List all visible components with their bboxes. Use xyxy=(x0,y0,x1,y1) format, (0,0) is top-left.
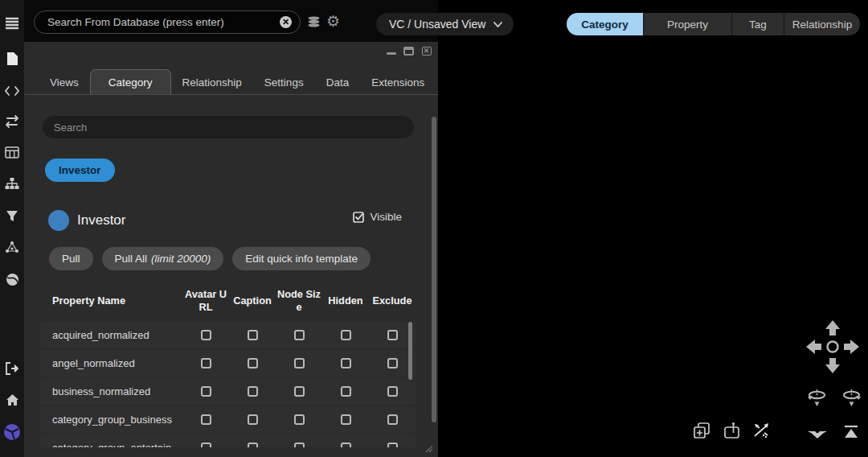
category-color-avatar[interactable] xyxy=(48,210,69,231)
panel-scrollbar[interactable] xyxy=(432,117,436,422)
filter-icon[interactable] xyxy=(0,205,24,226)
segment-category[interactable]: Category xyxy=(567,13,643,35)
caption-checkbox[interactable] xyxy=(248,443,258,447)
table-body: acquired_normalized angel_normalized xyxy=(40,322,416,447)
avatar-url-checkbox[interactable] xyxy=(201,443,211,447)
graph-canvas[interactable]: Category Property Tag Relationship xyxy=(438,0,868,457)
table-row: acquired_normalized xyxy=(40,322,416,348)
col-property-name: Property Name xyxy=(40,294,182,307)
table-scrollbar[interactable] xyxy=(408,322,412,380)
tab-relationship[interactable]: Relationship xyxy=(171,70,253,95)
caption-checkbox[interactable] xyxy=(248,414,258,425)
exclude-checkbox[interactable] xyxy=(387,443,398,447)
hidden-checkbox[interactable] xyxy=(341,443,351,447)
col-caption: Caption xyxy=(229,294,276,307)
save-view-icon[interactable] xyxy=(723,422,742,439)
tab-data[interactable]: Data xyxy=(315,70,361,95)
swap-arrows-icon[interactable] xyxy=(0,111,24,132)
ascend-icon[interactable] xyxy=(841,425,861,439)
rotate-right-icon[interactable] xyxy=(841,386,862,408)
row-property-name: business_normalized xyxy=(40,385,182,397)
hamburger-icon[interactable] xyxy=(0,13,24,34)
avatar-url-checkbox[interactable] xyxy=(201,330,211,340)
checked-checkbox-icon xyxy=(353,212,364,223)
view-selector[interactable]: VC / Unsaved View xyxy=(376,13,514,35)
category-actions: Pull Pull All (limit 20000) Edit quick i… xyxy=(49,247,371,270)
hidden-checkbox[interactable] xyxy=(341,386,351,397)
hierarchy-icon[interactable] xyxy=(0,173,24,194)
hidden-checkbox[interactable] xyxy=(341,358,351,368)
pull-all-limit-note: (limit 20000) xyxy=(151,253,211,265)
avatar-url-checkbox[interactable] xyxy=(201,414,211,425)
hidden-checkbox[interactable] xyxy=(341,330,351,340)
app-root: ✕ ⚙ VC / Unsaved View ✕ Views Category R… xyxy=(0,0,868,457)
database-icon[interactable] xyxy=(307,16,321,31)
category-search-input[interactable] xyxy=(54,121,403,134)
chevron-down-icon xyxy=(493,22,502,27)
row-property-name: acquired_normalized xyxy=(40,329,182,341)
col-avatar-url: Avatar URL xyxy=(182,288,229,314)
clear-icon[interactable]: ✕ xyxy=(280,16,292,28)
exclude-checkbox[interactable] xyxy=(387,330,398,340)
segment-relationship[interactable]: Relationship xyxy=(784,13,860,35)
document-icon[interactable] xyxy=(0,48,24,69)
pull-all-button[interactable]: Pull All (limit 20000) xyxy=(102,247,224,270)
avatar-url-checkbox[interactable] xyxy=(201,358,211,368)
code-icon[interactable] xyxy=(0,80,24,101)
network-icon[interactable] xyxy=(0,237,24,257)
hidden-checkbox[interactable] xyxy=(341,414,351,425)
tab-extensions[interactable]: Extensions xyxy=(360,70,436,95)
category-chip-investor[interactable]: Investor xyxy=(45,159,115,182)
exclude-checkbox[interactable] xyxy=(387,414,398,425)
caption-checkbox[interactable] xyxy=(248,386,258,397)
node-size-checkbox[interactable] xyxy=(294,414,305,425)
maximize-button[interactable] xyxy=(403,47,414,56)
exclude-checkbox[interactable] xyxy=(387,386,398,397)
segment-property[interactable]: Property xyxy=(643,13,731,35)
rotate-controls xyxy=(806,386,862,408)
node-size-checkbox[interactable] xyxy=(294,330,305,340)
globe-icon[interactable] xyxy=(0,269,24,290)
exclude-checkbox[interactable] xyxy=(387,358,398,368)
gear-icon[interactable]: ⚙ xyxy=(326,14,340,29)
tab-views[interactable]: Views xyxy=(39,70,90,95)
caption-checkbox[interactable] xyxy=(248,358,258,368)
home-icon[interactable] xyxy=(0,389,24,410)
descend-icon[interactable] xyxy=(807,426,828,439)
app-logo[interactable] xyxy=(0,422,24,443)
col-node-size: Node Size xyxy=(276,288,322,314)
row-property-name: category_group_business xyxy=(40,414,182,426)
window-controls: ✕ xyxy=(386,47,432,56)
edit-quick-info-button[interactable]: Edit quick info template xyxy=(232,247,371,270)
database-search-input[interactable] xyxy=(47,16,280,28)
database-search: ✕ xyxy=(34,10,301,34)
segment-tag[interactable]: Tag xyxy=(731,13,784,35)
table-icon[interactable] xyxy=(0,142,24,163)
table-row: business_normalized xyxy=(40,378,416,405)
pull-button-label: Pull xyxy=(62,253,80,265)
pan-dpad[interactable] xyxy=(805,319,861,375)
edit-quick-info-label: Edit quick info template xyxy=(245,253,358,265)
resize-handle[interactable] xyxy=(425,445,433,453)
pan-up-icon xyxy=(825,320,840,336)
panel-tab-bar: Views Category Relationship Settings Dat… xyxy=(39,68,436,95)
scatter-icon[interactable] xyxy=(752,422,772,439)
tab-settings[interactable]: Settings xyxy=(253,70,315,95)
close-button[interactable]: ✕ xyxy=(421,47,432,56)
node-size-checkbox[interactable] xyxy=(294,358,305,368)
caption-checkbox[interactable] xyxy=(248,330,258,340)
tab-category[interactable]: Category xyxy=(90,69,171,95)
node-size-checkbox[interactable] xyxy=(294,386,305,397)
visible-toggle[interactable]: Visible xyxy=(353,211,402,223)
duplicate-plus-icon[interactable] xyxy=(693,422,710,439)
minimize-button[interactable] xyxy=(386,47,396,56)
node-size-checkbox[interactable] xyxy=(294,443,305,447)
rotate-left-icon[interactable] xyxy=(806,386,828,408)
logout-icon[interactable] xyxy=(0,358,24,379)
col-exclude: Exclude xyxy=(369,294,416,307)
pull-button[interactable]: Pull xyxy=(49,247,93,270)
tab-divider xyxy=(24,94,438,95)
category-search xyxy=(43,116,414,138)
avatar-url-checkbox[interactable] xyxy=(201,386,211,397)
view-selector-label: VC / Unsaved View xyxy=(389,18,485,31)
